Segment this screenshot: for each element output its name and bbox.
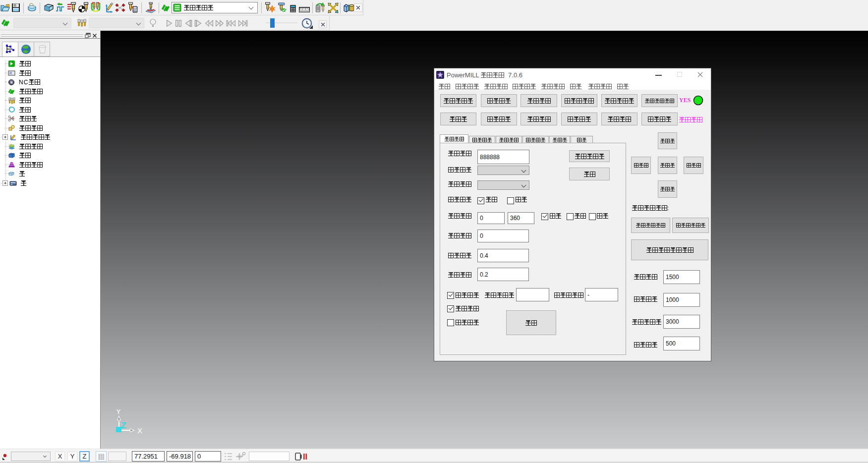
svg-text:Y: Y [116,409,121,415]
svg-text:X: X [137,426,142,435]
svg-text:Z: Z [121,421,126,430]
